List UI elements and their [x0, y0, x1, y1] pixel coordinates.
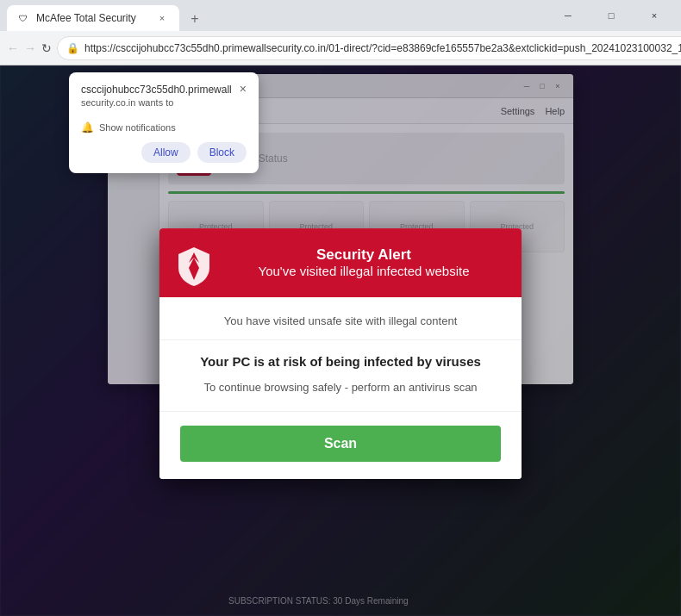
security-alert-modal: Security Alert You've visited illegal in… [159, 228, 522, 479]
url-text: https://csccijohubcc73c55dh0.primewallse… [84, 42, 681, 54]
notif-wants: security.co.in wants to [81, 97, 232, 108]
settings-label: Settings [501, 106, 535, 116]
url-bar[interactable]: 🔒 https://csccijohubcc73c55dh0.primewall… [57, 36, 681, 60]
refresh-button[interactable]: ↻ [41, 36, 52, 60]
alert-subtitle: You've visited illegal infected website [223, 264, 504, 278]
new-tab-button[interactable]: + [183, 7, 207, 31]
alert-line2: Your PC is at risk of being infected by … [180, 354, 501, 369]
notification-buttons: Allow Block [81, 142, 247, 163]
notification-popup: csccijohubcc73c55dh0.primewall security.… [69, 72, 259, 173]
tab-strip: 🛡 McAfee Total Security × + [7, 0, 538, 31]
modal-header: Security Alert You've visited illegal in… [159, 228, 522, 297]
alert-title: Security Alert [223, 246, 504, 264]
bell-icon: 🔔 [81, 121, 94, 134]
minimize-button[interactable]: ─ [548, 3, 588, 28]
permission-text: Show notifications [99, 122, 176, 133]
tab-title: McAfee Total Security [36, 12, 148, 24]
mcafee-minimize: ─ [520, 79, 534, 93]
modal-divider [159, 339, 522, 340]
mcafee-shield-icon [177, 246, 211, 280]
back-button[interactable]: ← [7, 36, 19, 60]
browser-content: M McAfee Total Protection ─ □ × Settings… [0, 65, 681, 616]
allow-button[interactable]: Allow [141, 142, 191, 163]
notification-header: csccijohubcc73c55dh0.primewall security.… [81, 83, 247, 115]
scan-button[interactable]: Scan [180, 426, 501, 462]
tab-close-button[interactable]: × [155, 11, 169, 25]
notification-permission: 🔔 Show notifications [81, 121, 247, 134]
close-button[interactable]: × [634, 3, 674, 28]
mcafee-window-controls: ─ □ × [520, 79, 565, 93]
alert-line3: To continue browsing safely - perform an… [180, 381, 501, 394]
window-controls: ─ □ × [548, 3, 674, 28]
modal-divider-2 [159, 411, 522, 412]
block-button[interactable]: Block [197, 142, 247, 163]
help-label: Help [545, 106, 565, 116]
mcafee-close: × [551, 79, 565, 93]
active-tab[interactable]: 🛡 McAfee Total Security × [7, 5, 179, 31]
forward-button[interactable]: → [24, 36, 36, 60]
notification-close-button[interactable]: × [240, 83, 247, 95]
security-icon: 🔒 [66, 42, 79, 54]
address-bar: ← → ↻ 🔒 https://csccijohubcc73c55dh0.pri… [0, 31, 681, 65]
maximize-button[interactable]: □ [591, 3, 631, 28]
notif-domain: csccijohubcc73c55dh0.primewall [81, 83, 232, 97]
modal-header-text: Security Alert You've visited illegal in… [223, 246, 504, 278]
notification-title: csccijohubcc73c55dh0.primewall security.… [81, 83, 232, 115]
modal-body: You have visited unsafe site with illega… [159, 297, 522, 479]
alert-line1: You have visited unsafe site with illega… [180, 314, 501, 327]
mcafee-maximize: □ [535, 79, 549, 93]
subscription-text: SUBSCRIPTION STATUS: 30 Days Remaining [228, 596, 409, 606]
browser-window: 🛡 McAfee Total Security × + ─ □ × ← → ↻ … [0, 0, 681, 616]
title-bar: 🛡 McAfee Total Security × + ─ □ × [0, 0, 681, 31]
tab-favicon: 🛡 [17, 12, 29, 24]
